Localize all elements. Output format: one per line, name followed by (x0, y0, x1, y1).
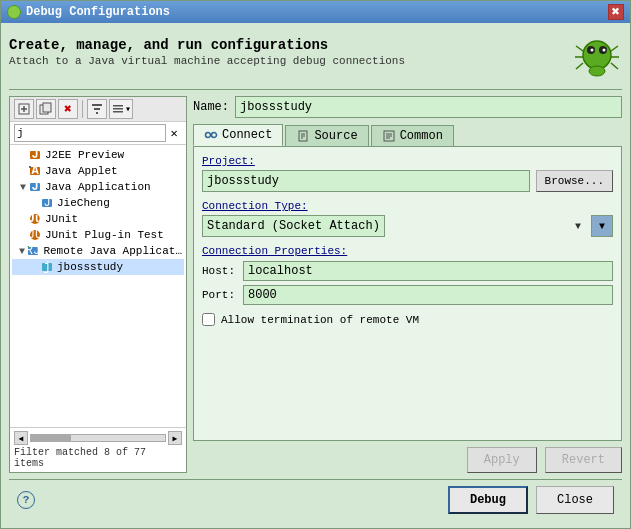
copy-config-button[interactable] (36, 99, 56, 119)
svg-text:Ju: Ju (28, 212, 42, 226)
tree-item-applet[interactable]: A Java Applet (12, 163, 184, 179)
connection-props-group: Connection Properties: Host: Port: (202, 245, 613, 305)
connection-type-select[interactable]: Standard (Socket Attach) (202, 215, 385, 237)
header-subtitle: Attach to a Java virtual machine accepti… (9, 55, 405, 67)
window-title: Debug Configurations (26, 5, 170, 19)
tree-item-junit[interactable]: Ju JUnit (12, 211, 184, 227)
svg-rect-22 (113, 111, 123, 113)
tree-label-javaapp: Java Application (45, 181, 151, 193)
host-row: Host: (202, 261, 613, 281)
project-input[interactable] (202, 170, 530, 192)
connection-type-wrapper: Standard (Socket Attach) (202, 215, 585, 237)
close-button[interactable]: ✖ (608, 4, 624, 20)
search-clear-button[interactable]: ✕ (166, 125, 182, 141)
tree-item-j2ee[interactable]: J J2EE Preview (12, 147, 184, 163)
tab-common[interactable]: Common (371, 125, 454, 146)
bug-mascot (572, 33, 622, 83)
menu-dropdown-button[interactable]: ▾ (109, 99, 133, 119)
scroll-left-button[interactable]: ◀ (14, 431, 28, 445)
apply-revert-buttons: Apply Revert (193, 447, 622, 473)
scroll-right-button[interactable]: ▶ (168, 431, 182, 445)
delete-config-button[interactable]: ✖ (58, 99, 78, 119)
svg-text:J: J (43, 196, 50, 210)
svg-text:J: J (31, 148, 38, 162)
connection-type-group: Connection Type: Standard (Socket Attach… (202, 200, 613, 237)
svg-rect-17 (92, 104, 102, 106)
project-row: Browse... (202, 170, 613, 192)
jbossstudy-icon: j (40, 260, 54, 274)
content-area: Create, manage, and run configurations A… (1, 23, 630, 528)
svg-line-8 (611, 46, 618, 51)
j2ee-icon: J (28, 148, 42, 162)
project-group: Project: Browse... (202, 155, 613, 192)
tree-item-jbossstudy[interactable]: j jbossstudy (12, 259, 184, 275)
tree-item-remote[interactable]: ▼ RJ Remote Java Applicat… (12, 243, 184, 259)
debug-configurations-window: Debug Configurations ✖ Create, manage, a… (0, 0, 631, 529)
junit-icon: Ju (28, 212, 42, 226)
tab-connect[interactable]: Connect (193, 124, 283, 146)
expand-remote[interactable]: ▼ (18, 246, 27, 257)
horizontal-scrollbar[interactable]: ◀ ▶ (14, 431, 182, 445)
new-config-button[interactable] (14, 99, 34, 119)
svg-text:A: A (31, 164, 39, 178)
name-label: Name: (193, 100, 229, 114)
title-bar: Debug Configurations ✖ (1, 1, 630, 23)
main-panel: ✖ ▾ ✕ (9, 96, 622, 473)
source-icon (296, 129, 310, 143)
tab-common-label: Common (400, 129, 443, 143)
svg-rect-18 (94, 108, 100, 110)
connect-icon (204, 128, 218, 142)
filter-matched-text: Filter matched 8 of 77 items (14, 447, 182, 469)
left-panel: ✖ ▾ ✕ (9, 96, 187, 473)
svg-point-3 (591, 49, 594, 52)
left-toolbar: ✖ ▾ (10, 97, 186, 122)
svg-rect-19 (96, 112, 98, 114)
tab-source[interactable]: Source (285, 125, 368, 146)
svg-rect-21 (113, 108, 123, 110)
expand-javaapp[interactable]: ▼ (18, 182, 28, 193)
right-panel: Name: Connect Source Common (193, 96, 622, 473)
debug-button[interactable]: Debug (448, 486, 528, 514)
connection-props-label: Connection Properties: (202, 245, 613, 257)
jiecheng-icon: J (40, 196, 54, 210)
svg-text:JU: JU (28, 228, 42, 242)
svg-rect-16 (43, 103, 51, 112)
tree-item-javaapp[interactable]: ▼ J Java Application (12, 179, 184, 195)
tab-source-label: Source (314, 129, 357, 143)
junitplugin-icon: JU (28, 228, 42, 242)
name-row: Name: (193, 96, 622, 118)
revert-button[interactable]: Revert (545, 447, 622, 473)
scroll-track[interactable] (30, 434, 166, 442)
header-section: Create, manage, and run configurations A… (9, 31, 622, 83)
tab-bar: Connect Source Common (193, 124, 622, 146)
name-input[interactable] (235, 96, 622, 118)
connection-type-label: Connection Type: (202, 200, 613, 212)
tree-item-junitplugin[interactable]: JU JUnit Plug-in Test (12, 227, 184, 243)
connection-type-row: Standard (Socket Attach) ▼ (202, 215, 613, 237)
help-button[interactable]: ? (17, 491, 35, 509)
close-dialog-button[interactable]: Close (536, 486, 614, 514)
tree-item-jiecheng[interactable]: J JieCheng (12, 195, 184, 211)
svg-line-5 (576, 46, 583, 51)
apply-button[interactable]: Apply (467, 447, 537, 473)
tree-label-jiecheng: JieCheng (57, 197, 110, 209)
search-input[interactable] (14, 124, 166, 142)
svg-text:RJ: RJ (26, 244, 40, 258)
tree-area: J J2EE Preview A Java Applet ▼ J (10, 145, 186, 427)
host-input[interactable] (243, 261, 613, 281)
search-box: ✕ (10, 122, 186, 145)
allow-termination-label: Allow termination of remote VM (221, 314, 419, 326)
tree-label-jbossstudy: jbossstudy (57, 261, 123, 273)
browse-button[interactable]: Browse... (536, 170, 613, 192)
tree-label-j2ee: J2EE Preview (45, 149, 124, 161)
tab-content-connect: Project: Browse... Connection Type: (193, 146, 622, 441)
connection-type-dropdown-button[interactable]: ▼ (591, 215, 613, 237)
applet-icon: A (28, 164, 42, 178)
allow-termination-checkbox[interactable] (202, 313, 215, 326)
port-input[interactable] (243, 285, 613, 305)
port-label: Port: (202, 289, 237, 301)
filter-button[interactable] (87, 99, 107, 119)
host-label: Host: (202, 265, 237, 277)
svg-line-7 (576, 63, 583, 69)
tree-label-applet: Java Applet (45, 165, 118, 177)
